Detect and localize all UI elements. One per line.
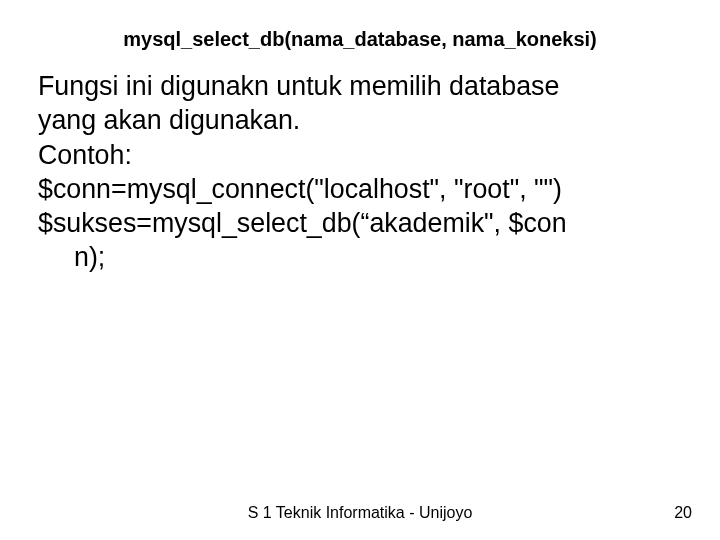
body-line: yang akan digunakan. — [38, 103, 682, 137]
body-line: $conn=mysql_connect("localhost", "root",… — [38, 172, 682, 206]
page-number: 20 — [674, 504, 692, 522]
body-line: $sukses=mysql_select_db(“akademik", $con — [38, 206, 682, 240]
slide: mysql_select_db(nama_database, nama_kone… — [0, 0, 720, 540]
body-line: n); — [38, 240, 682, 274]
body-line: Contoh: — [38, 138, 682, 172]
body-line: Fungsi ini digunakn untuk memilih databa… — [38, 69, 682, 103]
slide-title: mysql_select_db(nama_database, nama_kone… — [0, 0, 720, 69]
footer-text: S 1 Teknik Informatika - Unijoyo — [0, 504, 720, 522]
slide-body: Fungsi ini digunakn untuk memilih databa… — [0, 69, 720, 275]
